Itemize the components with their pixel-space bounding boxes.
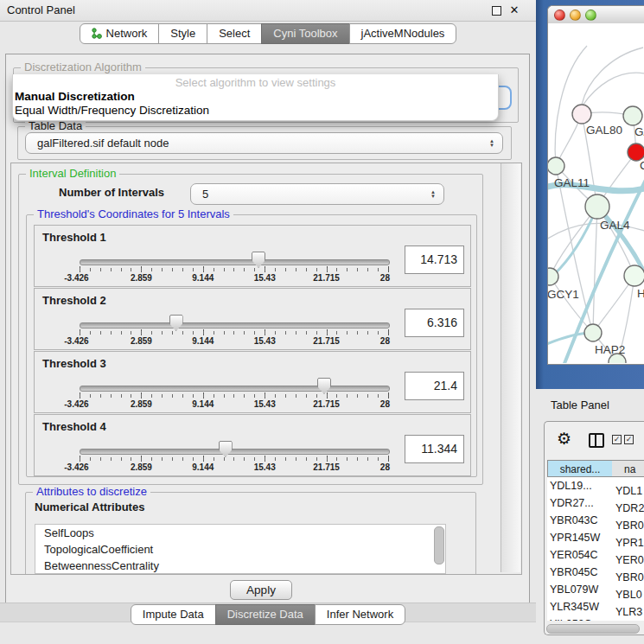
svg-text:GAL80: GAL80 [586,124,622,137]
number-of-intervals-label: Number of Intervals [59,186,164,199]
close-traffic-light[interactable] [554,10,565,21]
group-title: Threshold's Coordinates for 5 Intervals [34,207,233,220]
tick-labels: -3.4262.8599.144 15.4321.71528 [80,336,388,347]
threshold-label: Threshold 3 [42,357,106,370]
tab-cyni-toolbox[interactable]: Cyni Toolbox [261,23,349,44]
tab-style[interactable]: Style [158,23,207,44]
threshold-2-value-field[interactable]: 6.316 [405,309,464,337]
list-scrollbar-thumb[interactable] [434,526,444,564]
network-canvas[interactable]: GAL80 GA C GAL11 GAL4 GCY1 H HAP2 [548,23,644,363]
svg-text:GCY1: GCY1 [548,288,579,301]
float-window-icon[interactable] [492,6,501,16]
dropdown-placeholder: Select algorithm to view settings [13,76,498,89]
table-row[interactable]: YBR045CYBR0 [547,564,644,581]
table-data-group: Table Data galFiltered.sif default node [17,126,512,160]
node-gal80 [572,105,591,124]
threshold-1-value-field[interactable]: 14.713 [405,245,464,274]
table-body: YDL19...YDL1 YDR27...YDR2 YBR043CYBR0 YP… [547,477,644,621]
combobox-stepper-icon [430,184,436,204]
dropdown-option-equal-width[interactable]: Equal Width/Frequency Discretization [15,104,209,117]
threshold-1-box: Threshold 1 -3.4262.8599.144 15.4321.715… [34,225,471,287]
minimize-traffic-light[interactable] [570,10,581,21]
table-row[interactable]: YBL079WYBL0 [547,581,644,598]
control-panel-titlebar: Control Panel [0,0,536,22]
svg-text:HAP2: HAP2 [595,343,625,356]
interval-definition-group: Interval Definition Number of Intervals … [18,174,483,485]
columns-icon[interactable] [589,433,604,448]
svg-text:GA: GA [634,125,644,138]
threshold-3-slider-thumb[interactable] [317,378,331,394]
tab-select[interactable]: Select [207,23,262,44]
app-root: Control Panel Network Style Select Cyni … [0,0,644,644]
threshold-2-box: Threshold 2 -3.4262.8599.144 15.4321.715… [34,288,471,350]
network-view-window: GAL80 GA C GAL11 GAL4 GCY1 H HAP2 [547,5,644,365]
tab-network[interactable]: Network [80,23,160,44]
horizontal-scrollbar-thumb[interactable] [546,624,640,634]
tab-discretize-data[interactable]: Discretize Data [215,604,316,625]
node-gal4 [585,194,609,219]
threshold-4-slider-thumb[interactable] [219,441,233,457]
tab-jactivemnodules[interactable]: jActiveMNodules [349,23,457,44]
dropdown-option-manual-discretization[interactable]: Manual Discretization [15,90,135,103]
checkbox-select-none-icon[interactable] [624,435,634,444]
table-row[interactable]: YIL052CYIL0 [547,615,644,621]
tab-impute-data[interactable]: Impute Data [131,604,216,625]
threshold-3-value-field[interactable]: 21.4 [405,372,464,400]
group-title: Interval Definition [26,167,119,180]
group-title: Table Data [25,119,86,132]
table-data-combobox[interactable]: galFiltered.sif default node [25,132,503,154]
combobox-value: galFiltered.sif default node [37,133,480,153]
table-row[interactable]: YER054CYER0 [547,546,644,564]
gear-icon[interactable] [557,429,571,449]
svg-text:GAL4: GAL4 [600,219,630,232]
list-item[interactable]: SelfLoops [35,525,445,541]
table-row[interactable]: YBR043CYBR0 [547,512,644,529]
minor-ticks [80,331,388,335]
checkbox-select-all-icon[interactable] [612,435,622,444]
tab-label: Network [106,27,148,40]
threshold-4-box: Threshold 4 -3.4262.8599.144 15.4321.715… [34,414,471,476]
group-title: Discretization Algorithm [21,61,145,73]
list-item[interactable]: BetweennessCentrality [35,558,445,574]
threshold-2-slider-thumb[interactable] [169,315,183,331]
threshold-4-value-field[interactable]: 11.344 [405,435,464,463]
combobox-value: 5 [202,184,421,204]
scrollbar-track[interactable] [501,163,520,572]
bottom-tab-bar: Impute Data Discretize Data Infer Networ… [0,604,536,625]
numerical-attributes-list: SelfLoops TopologicalCoefficient Between… [35,524,446,574]
list-item[interactable]: TopologicalCoefficient [35,541,445,558]
table-panel: shared... na YDL19...YDL1 YDR27...YDR2 Y… [544,421,644,635]
apply-button[interactable]: Apply [230,580,292,600]
table-row[interactable]: YDR27...YDR2 [547,494,644,512]
column-header-shared-name[interactable]: shared... [547,460,613,477]
threshold-label: Threshold 4 [42,420,106,433]
panel-title: Control Panel [7,0,75,21]
threshold-1-slider-thumb[interactable] [252,252,265,268]
algorithm-dropdown-popup: Select algorithm to view settings Manual… [12,74,499,121]
control-panel: Control Panel Network Style Select Cyni … [0,0,536,644]
table-row[interactable]: YDL19...YDL1 [547,477,644,494]
node-gal11 [548,157,564,175]
svg-text:C: C [640,159,644,172]
column-header-name[interactable]: na [612,460,644,477]
group-title: Attributes to discretize [33,485,150,498]
network-window-titlebar[interactable] [548,6,644,24]
svg-text:GAL11: GAL11 [554,176,590,189]
tab-infer-network[interactable]: Infer Network [315,604,405,625]
combobox-stepper-icon [489,133,494,153]
node-right [624,265,644,286]
node-red-selected [628,143,644,161]
table-panel-title: Table Panel [551,399,609,411]
svg-text:H: H [637,287,644,300]
zoom-traffic-light[interactable] [585,10,596,21]
table-row[interactable]: YLR345WYLR3 [547,598,644,615]
close-icon[interactable] [507,3,521,17]
attributes-group: Attributes to discretize Numerical Attri… [25,492,476,575]
tick-labels: -3.4262.8599.144 15.4321.71528 [80,399,388,410]
number-of-intervals-combobox[interactable]: 5 [190,183,444,205]
node-hap2 [584,324,602,341]
settings-scrollpane: Interval Definition Number of Intervals … [10,163,522,575]
table-row[interactable]: YPR145WYPR1 [547,529,644,546]
numerical-attributes-label: Numerical Attributes [35,501,144,513]
minor-ticks [80,268,388,271]
